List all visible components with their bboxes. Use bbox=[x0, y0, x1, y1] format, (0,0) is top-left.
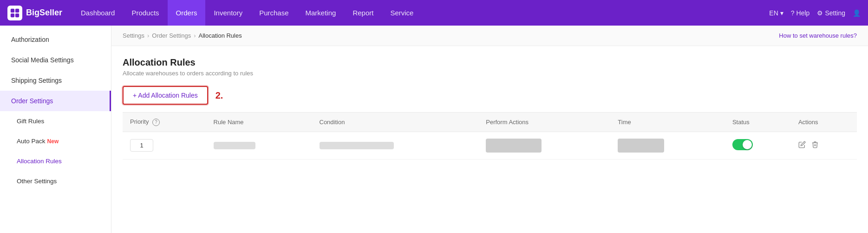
cell-rule-name bbox=[206, 132, 312, 159]
col-time: Time bbox=[610, 113, 725, 132]
row-action-icons bbox=[798, 141, 849, 150]
col-perform-actions: Perform Actions bbox=[478, 113, 610, 132]
nav-item-inventory[interactable]: Inventory bbox=[205, 0, 251, 26]
nav-item-orders[interactable]: Orders bbox=[168, 0, 206, 26]
nav-item-products[interactable]: Products bbox=[123, 0, 167, 26]
cell-time bbox=[610, 132, 725, 159]
sidebar-item-social-media[interactable]: Social Media Settings bbox=[0, 50, 111, 70]
nav-item-marketing[interactable]: Marketing bbox=[297, 0, 345, 26]
cell-actions bbox=[791, 132, 857, 159]
sidebar-item-shipping[interactable]: Shipping Settings bbox=[0, 70, 111, 91]
time-value bbox=[618, 139, 664, 153]
table-header: Priority ? Rule Name Condition Perform A… bbox=[123, 113, 857, 132]
help-label: Help bbox=[796, 9, 810, 17]
nav-item-service[interactable]: Service bbox=[382, 0, 422, 26]
language-label: EN bbox=[769, 9, 778, 17]
help-circle-icon: ? bbox=[791, 9, 795, 17]
page-subtitle: Allocate warehouses to orders according … bbox=[123, 70, 857, 77]
warehouse-rules-link[interactable]: How to set warehouse rules? bbox=[779, 32, 857, 39]
priority-input[interactable] bbox=[130, 139, 153, 152]
sidebar-label: Auto Pack bbox=[17, 138, 46, 145]
breadcrumb-sep-2: › bbox=[194, 32, 196, 39]
rule-name-value bbox=[214, 142, 255, 149]
top-navigation: BigSeller Dashboard Products Orders Inve… bbox=[0, 0, 868, 26]
svg-rect-2 bbox=[11, 13, 14, 17]
breadcrumb-bar: Settings › Order Settings › Allocation R… bbox=[111, 26, 868, 46]
settings-button[interactable]: ⚙ Setting bbox=[817, 9, 845, 17]
breadcrumb-current: Allocation Rules bbox=[199, 32, 242, 39]
table-row bbox=[123, 132, 857, 159]
main-layout: Authorization Social Media Settings Ship… bbox=[0, 26, 868, 233]
main-content: Settings › Order Settings › Allocation R… bbox=[111, 26, 868, 233]
add-allocation-rules-button[interactable]: + Add Allocation Rules bbox=[123, 86, 208, 105]
sidebar-label: Other Settings bbox=[17, 178, 57, 185]
sidebar-label: Order Settings bbox=[11, 97, 53, 105]
cell-perform-actions bbox=[478, 132, 610, 159]
nav-item-dashboard[interactable]: Dashboard bbox=[72, 0, 123, 26]
allocation-rules-table: Priority ? Rule Name Condition Perform A… bbox=[123, 112, 857, 160]
nav-right-controls: EN ▾ ? Help ⚙ Setting 👤 bbox=[769, 9, 861, 17]
cell-condition bbox=[312, 132, 479, 159]
sidebar-item-gift-rules[interactable]: Gift Rules bbox=[0, 111, 111, 131]
language-selector[interactable]: EN ▾ bbox=[769, 9, 783, 17]
sidebar-item-authorization[interactable]: Authorization bbox=[0, 29, 111, 50]
brand-name: BigSeller bbox=[26, 8, 62, 18]
cell-priority bbox=[123, 132, 206, 159]
col-condition: Condition bbox=[312, 113, 479, 132]
edit-icon[interactable] bbox=[798, 141, 806, 150]
breadcrumb-settings[interactable]: Settings bbox=[123, 32, 144, 39]
sidebar: Authorization Social Media Settings Ship… bbox=[0, 26, 111, 233]
nav-menu: Dashboard Products Orders Inventory Purc… bbox=[72, 0, 769, 26]
sidebar-item-auto-pack[interactable]: Auto Pack New bbox=[0, 131, 111, 151]
gear-icon: ⚙ bbox=[817, 9, 823, 17]
col-priority: Priority ? bbox=[123, 113, 206, 132]
page-content-area: Allocation Rules Allocate warehouses to … bbox=[111, 46, 868, 167]
sidebar-label: Gift Rules bbox=[17, 118, 44, 125]
breadcrumb-order-settings[interactable]: Order Settings bbox=[152, 32, 191, 39]
svg-rect-1 bbox=[15, 8, 19, 12]
breadcrumb: Settings › Order Settings › Allocation R… bbox=[123, 32, 242, 39]
svg-rect-0 bbox=[11, 8, 14, 12]
sidebar-item-allocation-rules[interactable]: Allocation Rules bbox=[0, 151, 111, 171]
user-avatar[interactable]: 👤 bbox=[853, 9, 861, 17]
sidebar-label: Shipping Settings bbox=[11, 77, 62, 84]
sidebar-label: Allocation Rules bbox=[17, 158, 62, 165]
nav-item-purchase[interactable]: Purchase bbox=[251, 0, 297, 26]
nav-item-report[interactable]: Report bbox=[344, 0, 382, 26]
help-button[interactable]: ? Help bbox=[791, 9, 810, 17]
priority-help-icon[interactable]: ? bbox=[152, 119, 160, 126]
status-toggle[interactable] bbox=[732, 139, 753, 150]
sidebar-item-other-settings[interactable]: Other Settings bbox=[0, 171, 111, 191]
logo-icon bbox=[7, 6, 22, 20]
add-button-container: + Add Allocation Rules 2. bbox=[123, 86, 857, 105]
col-rule-name: Rule Name bbox=[206, 113, 312, 132]
page-title: Allocation Rules bbox=[123, 57, 857, 68]
breadcrumb-sep-1: › bbox=[147, 32, 149, 39]
sidebar-label: Authorization bbox=[11, 36, 49, 43]
perform-actions-value bbox=[486, 139, 542, 153]
delete-icon[interactable] bbox=[811, 141, 819, 150]
user-icon: 👤 bbox=[853, 9, 861, 17]
svg-rect-3 bbox=[15, 13, 19, 17]
sidebar-item-order-settings[interactable]: Order Settings bbox=[0, 91, 111, 111]
step-label: 2. bbox=[215, 90, 223, 101]
chevron-down-icon: ▾ bbox=[780, 9, 783, 17]
sidebar-label: Social Media Settings bbox=[11, 56, 74, 64]
brand-logo[interactable]: BigSeller bbox=[7, 6, 63, 20]
new-badge: New bbox=[47, 138, 59, 145]
condition-value bbox=[320, 142, 394, 149]
col-actions: Actions bbox=[791, 113, 857, 132]
table-body bbox=[123, 132, 857, 159]
col-status: Status bbox=[725, 113, 791, 132]
setting-label: Setting bbox=[825, 9, 845, 17]
cell-status bbox=[725, 132, 791, 159]
